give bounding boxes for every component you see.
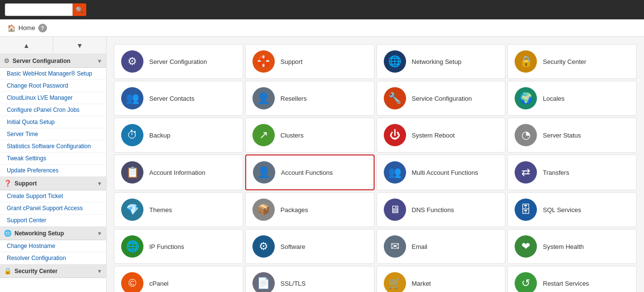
sidebar-item-server-configuration-1[interactable]: Change Root Password	[0, 80, 106, 92]
grid-item-packages[interactable]: 📦Packages	[245, 192, 375, 227]
grid-label-server-status: Server Status	[543, 132, 581, 139]
section-title-networking-setup: Networking Setup	[15, 230, 94, 237]
grid-item-account-functions[interactable]: 👤Account Functions	[245, 154, 375, 190]
sidebar-section-support[interactable]: ❓ Support ▼	[0, 177, 106, 190]
grid-icon-dns-functions: 🖥	[384, 199, 406, 221]
sidebar-item-support-0[interactable]: Create Support Ticket	[0, 190, 106, 202]
section-title-support: Support	[15, 180, 94, 187]
sidebar-item-server-configuration-2[interactable]: CloudLinux LVE Manager	[0, 92, 106, 104]
nav-down-button[interactable]: ▼	[53, 37, 106, 54]
grid-item-system-reboot[interactable]: ⏻System Reboot	[377, 118, 506, 153]
section-icon-support: ❓	[4, 180, 12, 187]
section-chevron-server-configuration: ▼	[97, 58, 102, 64]
grid-item-cpanel[interactable]: ©cPanel	[114, 266, 243, 292]
grid-icon-restart-services: ↺	[515, 272, 537, 292]
sidebar-item-support-1[interactable]: Grant cPanel Support Access	[0, 202, 106, 215]
grid-label-clusters: Clusters	[281, 132, 304, 139]
sidebar-item-server-configuration-7[interactable]: Tweak Settings	[0, 153, 106, 165]
grid-icon-market: 🛒	[384, 272, 406, 292]
breadcrumb-home-link[interactable]: Home	[18, 24, 35, 31]
grid-icon-sql-services: 🗄	[515, 199, 537, 221]
grid-label-support: Support	[281, 58, 303, 65]
grid-item-server-status[interactable]: ◔Server Status	[507, 118, 637, 153]
grid-label-resellers: Resellers	[281, 95, 307, 102]
grid-label-system-reboot: System Reboot	[412, 132, 455, 139]
grid-label-cpanel: cPanel	[149, 280, 169, 287]
grid-icon-system-health: ❤	[515, 235, 537, 258]
sidebar-item-server-configuration-5[interactable]: Server Time	[0, 128, 106, 140]
sidebar-item-server-configuration-8[interactable]: Update Preferences	[0, 165, 106, 177]
grid-item-dns-functions[interactable]: 🖥DNS Functions	[377, 192, 506, 227]
grid-item-ssl-tls[interactable]: 📄SSL/TLS	[245, 266, 375, 292]
section-icon-server-configuration: ⚙	[4, 57, 10, 64]
grid-label-multi-account-functions: Multi Account Functions	[412, 169, 478, 176]
grid-item-sql-services[interactable]: 🗄SQL Services	[507, 192, 637, 227]
grid-icon-transfers: ⇄	[515, 161, 537, 184]
section-icon-security-center: 🔒	[4, 267, 12, 275]
grid-icon-system-reboot: ⏻	[384, 124, 406, 146]
section-chevron-security-center: ▼	[97, 268, 102, 274]
grid-icon-server-contacts: 👥	[121, 87, 143, 109]
help-icon[interactable]: ?	[38, 24, 47, 32]
grid-icon-service-configuration: 🔧	[384, 87, 406, 109]
sidebar: ▲ ▼ ⚙ Server Configuration ▼ Basic WebHo…	[0, 37, 107, 292]
grid-item-system-health[interactable]: ❤System Health	[507, 229, 637, 264]
grid-label-market: Market	[412, 280, 431, 287]
grid-item-backup[interactable]: ⏱Backup	[114, 118, 243, 153]
sidebar-item-networking-setup-1[interactable]: Resolver Configuration	[0, 252, 106, 264]
grid-label-account-functions: Account Functions	[281, 169, 333, 176]
grid-item-themes[interactable]: 💎Themes	[114, 192, 243, 227]
sidebar-item-support-2[interactable]: Support Center	[0, 215, 106, 227]
grid-item-email[interactable]: ✉Email	[377, 229, 506, 264]
grid-item-locales[interactable]: 🌍Locales	[507, 81, 637, 116]
grid-label-backup: Backup	[149, 132, 170, 139]
search-button[interactable]: 🔍	[73, 3, 86, 16]
grid-icon-multi-account-functions: 👥	[384, 161, 406, 184]
grid-item-server-configuration[interactable]: ⚙Server Configuration	[114, 44, 243, 79]
grid-item-multi-account-functions[interactable]: 👥Multi Account Functions	[377, 154, 506, 190]
sidebar-section-security-center[interactable]: 🔒 Security Center ▼	[0, 264, 106, 278]
sidebar-item-server-configuration-3[interactable]: Configure cPanel Cron Jobs	[0, 104, 106, 116]
sidebar-section-server-configuration[interactable]: ⚙ Server Configuration ▼	[0, 54, 106, 68]
grid-item-market[interactable]: 🛒Market	[377, 266, 506, 292]
grid-item-account-information[interactable]: 📋Account Information	[114, 154, 243, 190]
grid-label-email: Email	[412, 243, 428, 250]
top-bar: 🔍	[0, 0, 644, 19]
grid-item-transfers[interactable]: ⇄Transfers	[507, 154, 637, 190]
grid-item-security-center[interactable]: 🔒Security Center	[507, 44, 637, 79]
grid-item-software[interactable]: ⚙Software	[245, 229, 375, 264]
grid-item-ip-functions[interactable]: 🌐IP Functions	[114, 229, 243, 264]
grid-item-resellers[interactable]: 👤Resellers	[245, 81, 375, 116]
search-input[interactable]	[5, 3, 73, 16]
grid-item-support[interactable]: 🛟Support	[245, 44, 375, 79]
grid-icon-email: ✉	[384, 235, 406, 258]
grid-icon-account-functions: 👤	[253, 161, 275, 184]
grid-item-server-contacts[interactable]: 👥Server Contacts	[114, 81, 243, 116]
grid-label-sql-services: SQL Services	[543, 206, 581, 214]
grid-icon-cpanel: ©	[121, 272, 143, 292]
sidebar-section-networking-setup[interactable]: 🌐 Networking Setup ▼	[0, 227, 106, 240]
grid-label-system-health: System Health	[543, 243, 584, 250]
grid-item-clusters[interactable]: ↗Clusters	[245, 118, 375, 153]
section-chevron-networking-setup: ▼	[97, 231, 102, 236]
sidebar-item-networking-setup-0[interactable]: Change Hostname	[0, 240, 106, 252]
grid-label-security-center: Security Center	[543, 58, 586, 65]
grid-label-networking-setup: Networking Setup	[412, 58, 462, 65]
grid-icon-ip-functions: 🌐	[121, 235, 143, 258]
grid-icon-resellers: 👤	[252, 87, 275, 109]
grid-label-restart-services: Restart Services	[543, 280, 589, 287]
grid-label-locales: Locales	[543, 95, 565, 102]
grid-label-account-information: Account Information	[149, 169, 205, 176]
sidebar-item-server-configuration-0[interactable]: Basic WebHost Manager® Setup	[0, 68, 106, 80]
grid-icon-account-information: 📋	[121, 161, 143, 184]
grid-item-networking-setup[interactable]: 🌐Networking Setup	[377, 44, 506, 79]
grid-item-restart-services[interactable]: ↺Restart Services	[507, 266, 637, 292]
nav-up-button[interactable]: ▲	[0, 37, 53, 54]
grid-item-service-configuration[interactable]: 🔧Service Configuration	[377, 81, 506, 116]
sidebar-item-server-configuration-6[interactable]: Statistics Software Configuration	[0, 140, 106, 153]
grid-label-ip-functions: IP Functions	[149, 243, 184, 250]
grid-icon-server-configuration: ⚙	[121, 50, 143, 73]
section-title-security-center: Security Center	[15, 268, 94, 275]
grid-icon-networking-setup: 🌐	[384, 50, 406, 73]
sidebar-item-server-configuration-4[interactable]: Initial Quota Setup	[0, 116, 106, 128]
